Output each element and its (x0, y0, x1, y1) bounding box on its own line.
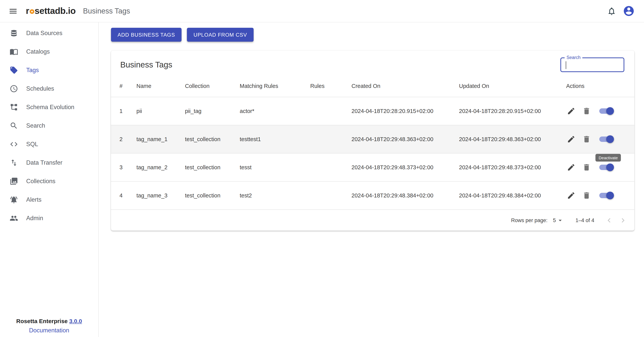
sidebar-item-catalogs[interactable]: Catalogs (0, 43, 98, 61)
sidebar-item-data-transfer[interactable]: Data Transfer (0, 153, 98, 172)
account-avatar-icon[interactable] (621, 3, 636, 19)
active-toggle[interactable] (598, 107, 614, 115)
sidebar-item-search[interactable]: Search (0, 116, 98, 135)
table-header-row: # Name Collection Matching Rules Rules C… (111, 75, 634, 97)
upload-from-csv-button[interactable]: UPLOAD FROM CSV (187, 28, 254, 42)
app-window: rsettadb.io Business Tags Data Sources (0, 0, 644, 337)
deactivate-tooltip: Deactivate (596, 154, 621, 162)
sidebar-item-label: Tags (26, 67, 39, 74)
action-toolbar: ADD BUSINESS TAGS UPLOAD FROM CSV (111, 28, 644, 42)
sidebar: Data Sources Catalogs Tags Schedules (0, 22, 99, 337)
sidebar-item-label: Search (26, 122, 45, 129)
sidebar-item-label: Admin (26, 215, 43, 222)
search-icon (10, 121, 18, 130)
sidebar-item-schema-evolution[interactable]: Schema Evolution (0, 98, 98, 116)
cell-collection: test_collection (185, 192, 240, 199)
column-header-created-on: Created On (352, 83, 459, 89)
app-logo: rsettadb.io (26, 6, 76, 16)
page-body: Data Sources Catalogs Tags Schedules (0, 22, 644, 337)
cell-actions (566, 134, 634, 144)
cell-collection: pii_tag (185, 108, 240, 114)
edit-icon[interactable] (566, 162, 576, 172)
collections-icon (10, 177, 18, 185)
active-toggle[interactable] (598, 135, 614, 143)
column-header-collection: Collection (185, 83, 240, 89)
rows-per-page-label: Rows per page: (511, 217, 548, 223)
code-icon (10, 140, 18, 148)
logo-prefix: r (26, 6, 29, 16)
business-tags-table: # Name Collection Matching Rules Rules C… (111, 75, 634, 210)
table-row: 2 tag_name_1 test_collection testtest1 2… (111, 125, 634, 153)
cell-updated-on: 2024-04-18T20:29:48.363+02:00 (459, 136, 566, 142)
add-business-tags-button[interactable]: ADD BUSINESS TAGS (111, 28, 182, 42)
people-icon (10, 214, 18, 222)
sidebar-item-alerts[interactable]: Alerts (0, 190, 98, 209)
cell-name: tag_name_3 (136, 192, 185, 199)
sidebar-item-label: Catalogs (26, 48, 50, 55)
menu-icon[interactable] (6, 3, 21, 19)
sidebar-item-label: Collections (26, 178, 56, 185)
sidebar-item-schedules[interactable]: Schedules (0, 79, 98, 98)
card-title: Business Tags (120, 60, 172, 69)
sidebar-item-label: Data Sources (26, 30, 62, 37)
cell-index: 4 (120, 192, 136, 199)
import-export-icon (10, 158, 18, 167)
delete-icon[interactable] (582, 190, 592, 200)
cell-matching-rules: tesst (240, 164, 310, 170)
rows-per-page-select[interactable]: 5 (553, 216, 564, 224)
cell-index: 1 (120, 108, 136, 114)
sidebar-item-data-sources[interactable]: Data Sources (0, 24, 98, 43)
cell-name: tag_name_2 (136, 164, 185, 170)
active-toggle[interactable] (598, 191, 614, 200)
sidebar-item-label: Data Transfer (26, 159, 62, 166)
column-header-index: # (120, 83, 136, 89)
column-header-actions: Actions (566, 83, 634, 89)
pagination-range: 1–4 of 4 (576, 217, 594, 223)
delete-icon[interactable] (582, 106, 592, 116)
notifications-bell-icon[interactable] (604, 3, 619, 19)
business-tags-card: Business Tags Search # Name Collection M… (111, 51, 634, 231)
edit-icon[interactable] (566, 134, 576, 144)
dropdown-arrow-icon (556, 216, 564, 224)
sidebar-item-label: Schema Evolution (26, 104, 74, 111)
page-title: Business Tags (83, 7, 130, 15)
card-header: Business Tags Search (111, 51, 634, 75)
sidebar-item-tags[interactable]: Tags (0, 61, 98, 79)
edit-icon[interactable] (566, 190, 576, 200)
cell-created-on: 2024-04-18T20:29:48.384+02:00 (352, 192, 459, 199)
edit-icon[interactable] (566, 106, 576, 116)
column-header-rules: Rules (310, 83, 352, 89)
sidebar-item-admin[interactable]: Admin (0, 209, 98, 227)
logo-suffix: settadb.io (35, 6, 76, 16)
toggle-thumb (606, 192, 614, 199)
column-header-updated-on: Updated On (459, 83, 566, 89)
documentation-link[interactable]: Documentation (29, 327, 69, 334)
cell-updated-on: 2024-04-18T20:28:20.915+02:00 (459, 108, 566, 114)
cell-name: pii (136, 108, 185, 114)
search-field-label: Search (564, 55, 582, 60)
cell-matching-rules: actor* (240, 108, 310, 114)
cell-updated-on: 2024-04-18T20:29:48.384+02:00 (459, 192, 566, 199)
previous-page-icon[interactable] (602, 213, 616, 227)
next-page-icon[interactable] (616, 213, 630, 227)
search-field: Search (560, 58, 624, 72)
sidebar-item-label: Alerts (26, 196, 42, 203)
app-bar: rsettadb.io Business Tags (0, 0, 644, 22)
toggle-thumb (606, 135, 614, 143)
sidebar-item-label: Schedules (26, 85, 54, 92)
sidebar-item-collections[interactable]: Collections (0, 172, 98, 190)
active-toggle[interactable] (598, 163, 614, 172)
sidebar-item-sql[interactable]: SQL (0, 135, 98, 153)
delete-icon[interactable] (582, 134, 592, 144)
sidebar-footer: Rosetta Enterprise3.0.0 Documentation (0, 318, 98, 334)
cell-created-on: 2024-04-18T20:28:20.915+02:00 (352, 108, 459, 114)
cell-actions (566, 190, 634, 200)
database-icon (10, 29, 18, 37)
search-input[interactable] (561, 58, 624, 71)
version-link[interactable]: 3.0.0 (69, 318, 82, 324)
book-icon (10, 48, 18, 56)
app-bar-actions (604, 3, 636, 19)
delete-icon[interactable] (582, 162, 592, 172)
column-header-matching-rules: Matching Rules (240, 83, 310, 89)
tree-icon (10, 103, 18, 111)
